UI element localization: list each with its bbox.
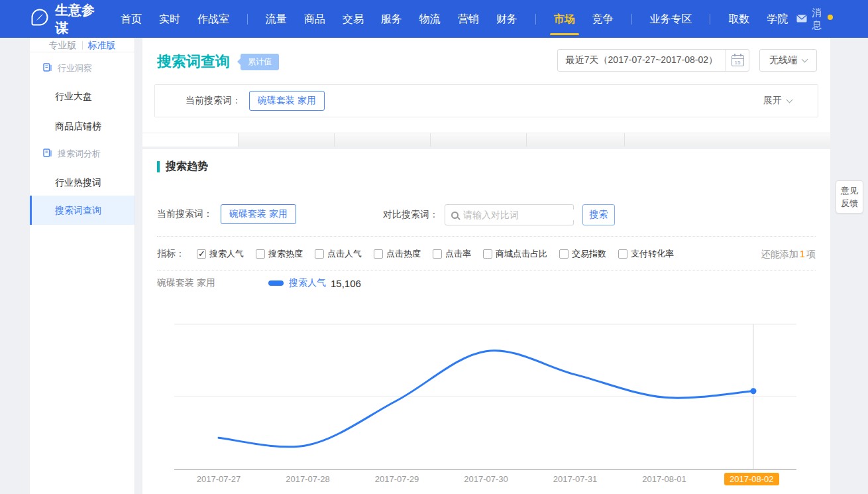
header-card: 搜索词查询 累计值 最近7天（2017-07-27~2017-08-02） 15… (142, 38, 830, 133)
header-controls: 最近7天（2017-07-27~2017-08-02） 15 无线端 (557, 49, 817, 72)
chart-legend: 碗碟套装 家用 搜索人气 15,106 (157, 277, 361, 289)
nav-item-marketing[interactable]: 营销 (449, 0, 488, 38)
current-term-chip[interactable]: 碗碟套装 家用 (221, 204, 296, 224)
metric-checkbox-pay-conversion[interactable]: 支付转化率 (618, 248, 674, 260)
sidebar-item-industry-board[interactable]: 行业大盘 (30, 90, 135, 103)
metric-tab[interactable] (142, 133, 239, 147)
feedback-button[interactable]: 意见 反馈 (836, 180, 863, 214)
terminal-label: 无线端 (769, 54, 797, 66)
checkbox-icon (315, 249, 324, 259)
legend-line-swatch (268, 280, 284, 286)
compass-logo-icon (31, 9, 48, 29)
sidebar-section-title: 行业洞察 (58, 62, 92, 74)
page-title: 搜索词查询 (157, 52, 230, 72)
search-icon (451, 212, 459, 219)
nav-divider (535, 14, 536, 25)
calendar-icon: 15 (732, 55, 744, 66)
x-axis-label: 2017-08-01 (625, 474, 704, 484)
legend-term: 碗碟套装 家用 (157, 277, 268, 289)
metric-tab[interactable] (527, 133, 625, 147)
compare-term-input[interactable] (463, 210, 583, 220)
nav-group-market: 市场 竞争 (545, 0, 622, 38)
sidebar-item-hot-search-words[interactable]: 行业热搜词 (30, 176, 135, 189)
metric-tab[interactable] (335, 133, 431, 147)
version-switcher: 专业版 标准版 (30, 38, 135, 52)
chevron-down-icon (787, 96, 793, 103)
nav-item-service[interactable]: 服务 (372, 0, 411, 38)
cumulative-value-tag: 累计值 (241, 54, 279, 70)
x-axis-label: 2017-07-29 (357, 474, 437, 484)
metric-checkbox-trade-index[interactable]: 交易指数 (559, 248, 606, 260)
nav-item-bizzone[interactable]: 业务专区 (641, 0, 700, 38)
sidebar-section-title: 搜索词分析 (58, 148, 101, 160)
term-compare-row: 当前搜索词： 碗碟套装 家用 对比搜索词： 搜索 (157, 204, 816, 227)
nav-item-data-fetch[interactable]: 取数 (720, 0, 758, 38)
nav-item-goods[interactable]: 商品 (296, 0, 334, 38)
metric-tab[interactable] (625, 133, 830, 147)
current-term-chip[interactable]: 碗碟套装 家用 (249, 91, 325, 111)
nav-item-academy[interactable]: 学院 (758, 0, 796, 38)
sidebar-item-product-shop-rank[interactable]: 商品店铺榜 (30, 119, 135, 133)
legend-metric-name: 搜索人气 (289, 277, 326, 289)
metric-tab[interactable] (431, 133, 527, 147)
search-trend-card: 搜索趋势 当前搜索词： 碗碟套装 家用 对比搜索词： 搜索 指标： 搜索人气 搜… (142, 149, 830, 494)
sidebar: 专业版 标准版 行业洞察 行业大盘 商品店铺榜 搜索词分析 行业热搜词 搜索词查… (30, 38, 135, 494)
terminal-dropdown[interactable]: 无线端 (759, 49, 817, 72)
sidebar-section-search-analysis: 搜索词分析 (30, 147, 135, 160)
sidebar-item-search-word-query[interactable]: 搜索词查询 (30, 196, 135, 225)
nav-group-tools: 取数 学院 (720, 0, 796, 38)
date-range-picker[interactable]: 最近7天（2017-07-27~2017-08-02） 15 (557, 49, 749, 72)
ledger-icon (43, 63, 52, 74)
divider (157, 270, 816, 271)
metric-checkbox-search-popularity[interactable]: 搜索人气 (197, 248, 244, 260)
nav-item-competition[interactable]: 竞争 (584, 0, 622, 38)
remaining-count: 1 (798, 248, 806, 259)
x-axis-label: 2017-07-31 (535, 474, 615, 484)
metric-tab-strip (142, 133, 830, 146)
x-axis-label: 2017-07-27 (179, 474, 258, 484)
remaining-addable-hint: 还能添加1项 (761, 248, 816, 261)
compare-term-group: 对比搜索词： 搜索 (383, 204, 615, 225)
divider (157, 236, 816, 237)
metric-checkbox-search-heat[interactable]: 搜索热度 (256, 248, 303, 260)
compare-input-box (445, 204, 574, 225)
metric-checkbox-mall-click-share[interactable]: 商城点击占比 (483, 248, 547, 260)
nav-item-traffic[interactable]: 流量 (257, 0, 296, 38)
nav-item-realtime[interactable]: 实时 (150, 0, 189, 38)
expand-button[interactable]: 展开 (763, 95, 792, 107)
metric-tab[interactable] (239, 133, 335, 147)
version-tab-pro[interactable]: 专业版 (44, 38, 82, 52)
checkbox-icon (559, 249, 569, 259)
date-range-text: 最近7天（2017-07-27~2017-08-02） (558, 54, 726, 66)
calendar-button[interactable]: 15 (726, 55, 749, 66)
nav-divider (631, 14, 632, 25)
checkbox-icon (197, 249, 206, 259)
ledger-icon (43, 149, 52, 159)
current-term-label: 当前搜索词： (186, 95, 241, 107)
nav-item-market[interactable]: 市场 (545, 0, 584, 38)
messages-button[interactable]: 消息 (796, 7, 827, 32)
notification-dot (828, 15, 833, 20)
chevron-down-icon (802, 56, 808, 62)
feedback-line2: 反馈 (836, 197, 863, 210)
nav-divider (247, 14, 248, 25)
nav-divider (710, 14, 710, 25)
nav-item-trade[interactable]: 交易 (334, 0, 372, 38)
section-accent-bar (157, 161, 160, 172)
version-tab-standard[interactable]: 标准版 (83, 38, 121, 52)
metric-checkbox-click-heat[interactable]: 点击热度 (374, 248, 421, 260)
nav-item-warroom[interactable]: 作战室 (189, 0, 238, 38)
x-axis-label-highlighted: 2017-08-02 (724, 473, 779, 485)
metric-checkbox-click-rate[interactable]: 点击率 (433, 248, 471, 260)
metric-checkbox-click-popularity[interactable]: 点击人气 (315, 248, 362, 260)
search-button[interactable]: 搜索 (582, 204, 615, 225)
nav-item-logistics[interactable]: 物流 (411, 0, 449, 38)
brand[interactable]: 生意参谋 (31, 1, 97, 37)
nav-group-bizzone: 业务专区 (641, 0, 700, 38)
nav-group-main: 首页 实时 作战室 (112, 0, 238, 38)
nav-item-finance[interactable]: 财务 (488, 0, 526, 38)
checkbox-icon (433, 249, 442, 259)
current-search-term-panel: 当前搜索词： 碗碟套装 家用 展开 (154, 84, 818, 117)
nav-item-home[interactable]: 首页 (112, 0, 150, 38)
x-axis-label: 2017-07-30 (447, 474, 526, 484)
